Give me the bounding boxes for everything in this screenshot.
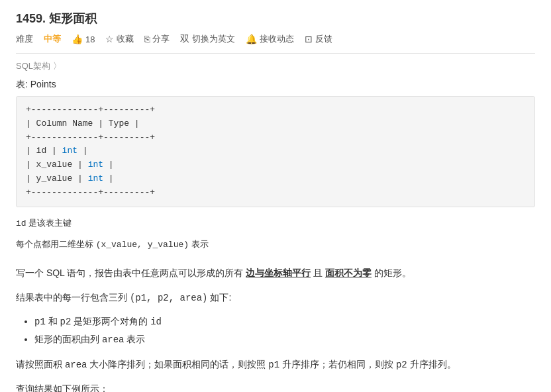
collect-button[interactable]: ☆ 收藏 (105, 33, 134, 45)
switch-label: 切换为英文 (192, 33, 235, 45)
collect-label: 收藏 (117, 33, 134, 45)
code-line-4: | id | int | (26, 144, 525, 158)
share-button[interactable]: ⎘ 分享 (144, 33, 170, 45)
page-title: 1459. 矩形面积 (16, 11, 535, 26)
table-label: 表: Points (16, 79, 535, 91)
bullet-item-2: 矩形的面积由列 area 表示 (34, 330, 535, 349)
code-line-3: +-------------+---------+ (26, 131, 525, 145)
toolbar-divider (16, 53, 535, 54)
breadcrumb[interactable]: SQL架构 〉 (16, 60, 535, 72)
toolbar: 难度 中等 👍 18 ☆ 收藏 ⎘ 分享 双 切换为英文 🔔 接收动态 (16, 33, 535, 45)
bullet-item-1: p1 和 p2 是矩形两个对角的 id (34, 313, 535, 331)
code-line-6: | y_value | int | (26, 172, 525, 186)
sort-description: 请按照面积 area 大小降序排列；如果面积相同的话，则按照 p1 升序排序；若… (16, 356, 535, 374)
schema-code-block: +-------------+---------+ | Column Name … (16, 96, 535, 207)
feedback-icon: ⊡ (305, 34, 313, 44)
note-2: 每个点都用二维坐标 (x_value, y_value) 表示 (16, 236, 535, 252)
code-line-1: +-------------+---------+ (26, 103, 525, 117)
feedback-label: 反馈 (315, 33, 332, 45)
problem-description: 写一个 SQL 语句，报告由表中任意两点可以形成的所有 边与坐标轴平行 且 面积… (16, 264, 535, 282)
like-count: 18 (85, 34, 95, 44)
star-icon: ☆ (105, 34, 114, 44)
feedback-button[interactable]: ⊡ 反馈 (305, 33, 332, 45)
code-line-5: | x_value | int | (26, 158, 525, 172)
bullet-list: p1 和 p2 是矩形两个对角的 id 矩形的面积由列 area 表示 (34, 313, 535, 349)
switch-lang-button[interactable]: 双 切换为英文 (180, 33, 235, 45)
like-icon: 👍 (72, 34, 83, 44)
code-line-7: +-------------+---------+ (26, 186, 525, 200)
like-button[interactable]: 👍 18 (72, 34, 95, 44)
difficulty-label: 难度 (16, 33, 33, 45)
note-1: id 是该表主键 (16, 215, 535, 231)
query-result-label: 查询结果如下例所示： (16, 380, 535, 392)
code-line-2: | Column Name | Type | (26, 117, 525, 131)
result-description: 结果表中的每一行包含三列 (p1, p2, area) 如下: (16, 289, 535, 307)
notify-label: 接收动态 (260, 33, 294, 45)
difficulty-badge[interactable]: 中等 (44, 33, 61, 45)
share-icon: ⎘ (144, 34, 150, 44)
share-label: 分享 (152, 33, 170, 45)
translate-icon: 双 (180, 33, 189, 45)
notify-button[interactable]: 🔔 接收动态 (246, 33, 294, 45)
bell-icon: 🔔 (246, 34, 257, 44)
